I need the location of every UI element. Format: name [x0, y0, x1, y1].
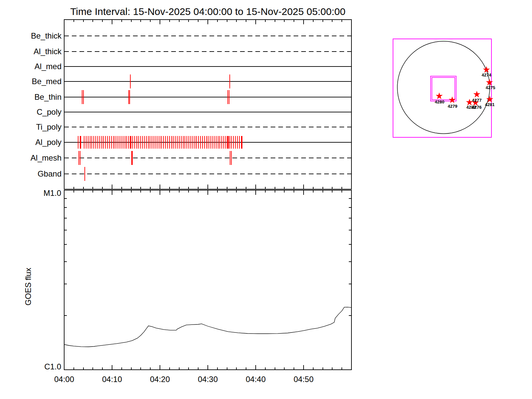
- time-axis-label: 04:40: [246, 375, 266, 384]
- goes-y-bottom-label: C1.0: [44, 362, 61, 371]
- target-box-inner: [432, 77, 455, 100]
- fov-rect: [393, 39, 491, 137]
- goes-flux-panel: 04:0004:1004:2004:3004:4004:50: [54, 190, 351, 384]
- channel-label-Al_poly: Al_poly: [35, 138, 62, 147]
- figure-svg: Time Interval: 15-Nov-2025 04:00:00 to 1…: [0, 0, 532, 399]
- timeline-panel: Be_thickAl_thickAl_medBe_medBe_thinC_pol…: [31, 20, 351, 189]
- ar-label-4277: 4277: [472, 98, 482, 103]
- time-axis-label: 04:00: [54, 375, 74, 384]
- channel-label-Al_med: Al_med: [35, 62, 62, 71]
- goes-flux-curve: [64, 307, 351, 347]
- ar-label-4279: 4279: [448, 104, 458, 109]
- screenshot-root: Time Interval: 15-Nov-2025 04:00:00 to 1…: [0, 0, 532, 399]
- time-axis-label: 04:30: [198, 375, 218, 384]
- channel-label-Gband: Gband: [38, 169, 62, 178]
- channel-label-C_poly: C_poly: [37, 107, 62, 116]
- page-title: Time Interval: 15-Nov-2025 04:00:00 to 1…: [70, 6, 345, 17]
- ar-label-4281: 4281: [485, 102, 495, 107]
- time-axis-label: 04:10: [102, 375, 122, 384]
- time-axis-label: 04:20: [150, 375, 170, 384]
- goes-ylabel: GOES flux: [24, 268, 33, 305]
- goes-frame: [64, 190, 351, 370]
- ar-star-4274: [483, 66, 490, 73]
- channel-label-Be_thin: Be_thin: [35, 92, 62, 101]
- channel-label-Ti_poly: Ti_poly: [36, 122, 62, 131]
- goes-y-top-label: M1.0: [44, 189, 61, 198]
- ar-label-4276: 4276: [472, 105, 482, 110]
- channel-label-Al_mesh: Al_mesh: [31, 153, 62, 162]
- ar-label-4275: 4275: [486, 85, 495, 90]
- sun-map-panel: 42744275427742814279428042824276: [393, 39, 495, 137]
- ar-star-4280: [436, 92, 443, 99]
- channel-label-Al_thick: Al_thick: [34, 47, 62, 56]
- time-axis-label: 04:50: [294, 375, 314, 384]
- solar-limb-circle: [397, 41, 490, 134]
- timeline-frame: [64, 20, 351, 189]
- ar-star-4277: [473, 91, 480, 97]
- channel-label-Be_thick: Be_thick: [31, 31, 62, 40]
- ar-star-4281: [486, 96, 493, 102]
- ar-label-4280: 4280: [435, 99, 445, 104]
- ar-label-4274: 4274: [482, 72, 492, 77]
- channel-label-Be_med: Be_med: [32, 77, 62, 86]
